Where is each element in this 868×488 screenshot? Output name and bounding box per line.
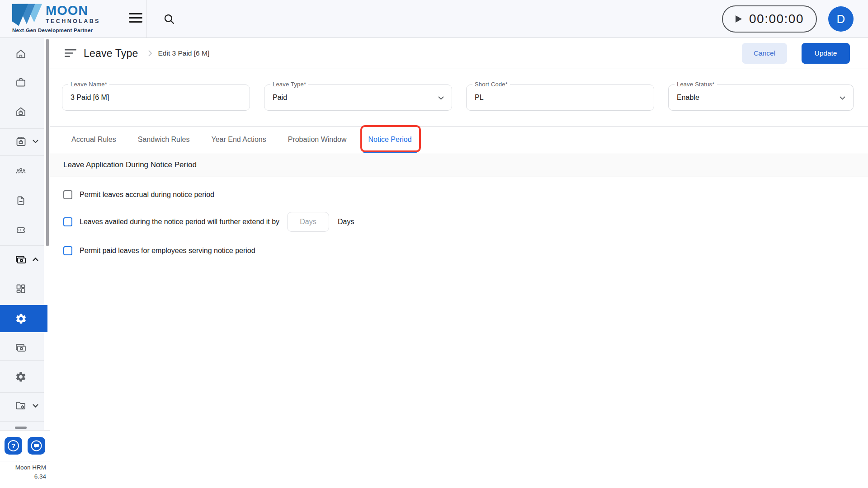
dashboard-icon [15, 283, 27, 295]
leave-type-label: Leave Type* [270, 81, 308, 88]
sidebar-item-documents[interactable] [0, 195, 50, 206]
chevron-down-icon [33, 404, 38, 408]
sidebar-item-home[interactable] [0, 48, 50, 60]
checkbox-label: Leaves availed during the notice period … [80, 218, 279, 226]
sidebar-item-partial [15, 427, 27, 429]
permit-accrual-checkbox[interactable] [63, 190, 72, 199]
short-code-field[interactable]: Short Code* PL [466, 84, 654, 111]
breadcrumb-chevron-icon [148, 50, 152, 56]
ticket-icon [15, 224, 27, 236]
payments-icon [15, 342, 27, 353]
permit-paid-leaves-checkbox[interactable] [63, 246, 72, 255]
topbar-divider [146, 0, 147, 38]
extend-days-input[interactable] [287, 212, 329, 232]
logo-title: MOON [46, 4, 100, 17]
breadcrumb: Edit 3 Paid [6 M] [158, 49, 210, 57]
app-logo[interactable]: MOON TECHNOLABS Next-Gen Development Par… [12, 4, 100, 33]
app-name: Moon HRM [0, 463, 46, 472]
tab-sandwich-rules[interactable]: Sandwich Rules [127, 127, 201, 153]
update-button[interactable]: Update [802, 43, 850, 64]
leave-type-select[interactable]: Leave Type* Paid [264, 84, 452, 111]
tab-probation-window[interactable]: Probation Window [277, 127, 358, 153]
section-title: Leave Application During Notice Period [63, 160, 197, 169]
topbar: MOON TECHNOLABS Next-Gen Development Par… [0, 0, 868, 38]
page-title: Leave Type [84, 47, 138, 60]
hamburger-menu-icon[interactable] [129, 13, 142, 25]
active-tab-underline [363, 151, 417, 153]
help-button[interactable]: ? [5, 437, 22, 455]
logo-tagline: Next-Gen Development Partner [12, 28, 100, 33]
briefcase-icon [15, 76, 27, 88]
people-icon [15, 165, 27, 177]
timer-value: 00:00:00 [749, 12, 804, 26]
tab-bar: Accrual Rules Sandwich Rules Year End Ac… [50, 127, 868, 153]
leave-status-value: Enable [669, 94, 699, 102]
sidebar-item-payments[interactable] [0, 342, 50, 353]
question-mark-icon: ? [8, 440, 19, 451]
sidebar-footer-panel: ? Moon HRM 6.34 [0, 430, 50, 488]
sidebar-item-asset-settings[interactable] [0, 400, 50, 412]
settings-icon [15, 313, 27, 325]
sidebar-scrollbar-thumb[interactable] [46, 39, 49, 246]
payroll-icon [15, 253, 27, 265]
sidebar-item-leave[interactable] [0, 136, 50, 147]
leave-name-label: Leave Name* [68, 81, 109, 88]
leave-form: Leave Name* 3 Paid [6 M] Leave Type* Pai… [50, 69, 868, 127]
leave-status-select[interactable]: Leave Status* Enable [668, 84, 854, 111]
play-icon[interactable] [735, 15, 742, 23]
sidebar-item-configuration[interactable] [0, 371, 50, 383]
logo-subtitle: TECHNOLABS [46, 18, 100, 24]
sidebar: ? Moon HRM 6.34 [0, 38, 50, 488]
sidebar-item-dashboard[interactable] [0, 283, 50, 295]
days-suffix-label: Days [338, 218, 354, 226]
chevron-up-icon [33, 258, 38, 261]
home-office-icon [15, 106, 27, 117]
sidebar-item-tickets[interactable] [0, 224, 50, 236]
chevron-down-icon [33, 140, 38, 143]
sidebar-item-work-from-home[interactable] [0, 106, 50, 117]
document-icon [15, 195, 27, 206]
checkbox-row-paid-leaves: Permit paid leaves for employees serving… [63, 245, 255, 257]
tab-accrual-rules[interactable]: Accrual Rules [61, 127, 127, 153]
home-icon [15, 48, 27, 60]
search-icon[interactable] [163, 13, 175, 27]
checkbox-row-accrual: Permit leaves accrual during notice peri… [63, 189, 214, 201]
tab-year-end-actions[interactable]: Year End Actions [200, 127, 277, 153]
moon-technolabs-logo-icon [12, 4, 42, 26]
page-header: Leave Type Edit 3 Paid [6 M] Cancel Upda… [50, 38, 868, 69]
leave-status-label: Leave Status* [675, 81, 717, 88]
section-header: Leave Application During Notice Period [50, 153, 868, 177]
notice-period-panel: Permit leaves accrual during notice peri… [50, 177, 868, 488]
tab-notice-period[interactable]: Notice Period [358, 127, 423, 153]
chat-icon [30, 440, 42, 452]
extend-notice-checkbox[interactable] [63, 217, 72, 226]
main-content: Leave Type Edit 3 Paid [6 M] Cancel Upda… [50, 38, 868, 488]
leave-type-value: Paid [264, 94, 287, 102]
sidebar-item-work[interactable] [0, 76, 50, 88]
short-code-label: Short Code* [472, 81, 510, 88]
leave-name-field[interactable]: Leave Name* 3 Paid [6 M] [62, 84, 250, 111]
checkbox-label: Permit paid leaves for employees serving… [80, 247, 255, 255]
timer-widget[interactable]: 00:00:00 [722, 5, 817, 33]
sort-icon[interactable] [65, 49, 77, 57]
feedback-button[interactable] [28, 437, 45, 455]
chevron-down-icon [840, 96, 845, 100]
cancel-button[interactable]: Cancel [742, 43, 787, 64]
leave-name-value: 3 Paid [6 M] [62, 94, 109, 102]
app-version: 6.34 [0, 472, 46, 481]
folder-settings-icon [15, 400, 27, 412]
sidebar-item-settings-active[interactable] [0, 305, 47, 332]
checkbox-label: Permit leaves accrual during notice peri… [80, 191, 214, 199]
sidebar-item-employees[interactable] [0, 165, 50, 177]
short-code-value: PL [467, 94, 484, 102]
sidebar-item-payroll[interactable] [0, 253, 50, 265]
avatar[interactable]: D [828, 6, 854, 32]
checkbox-row-extend: Leaves availed during the notice period … [63, 211, 354, 232]
leave-calendar-icon [15, 136, 27, 147]
chevron-down-icon [438, 96, 444, 100]
gear-icon [15, 371, 27, 383]
